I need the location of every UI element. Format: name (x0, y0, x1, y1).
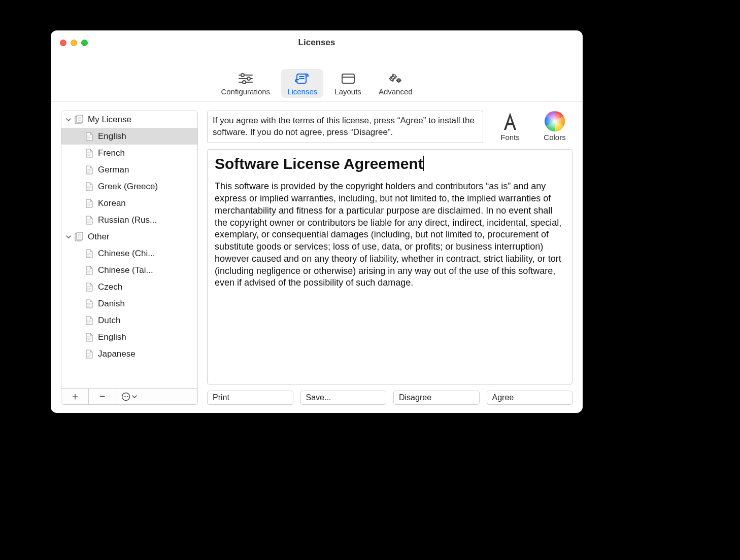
tree-item-label: Dutch (98, 316, 120, 326)
main-panel: If you agree with the terms of this lice… (207, 111, 573, 405)
titlebar: Licenses (51, 30, 583, 55)
tree-item-german[interactable]: German (61, 161, 197, 178)
instructions-field[interactable]: If you agree with the terms of this lice… (207, 111, 483, 143)
tab-label: Configurations (221, 87, 270, 96)
zoom-window-button[interactable] (81, 40, 88, 46)
tab-licenses[interactable]: Licenses (281, 69, 323, 98)
tree-group-other[interactable]: Other (61, 228, 197, 245)
document-icon (85, 198, 94, 208)
tree-item-label: Danish (98, 299, 125, 309)
tab-layouts[interactable]: Layouts (328, 69, 367, 98)
color-wheel-icon (544, 111, 565, 132)
text-caret (423, 156, 424, 171)
chevron-down-icon (132, 394, 137, 399)
add-button[interactable]: ＋ (61, 389, 89, 404)
svg-point-3 (241, 74, 244, 77)
content-area: My License English French German Greek (… (51, 101, 583, 413)
tree-group-label: Other (88, 232, 110, 242)
tree-item-label: German (98, 165, 129, 175)
minimize-window-button[interactable] (71, 40, 77, 46)
ellipsis-circle-icon (121, 392, 137, 401)
sidebar-toolbar: ＋ − (61, 388, 197, 404)
tree-item-label: French (98, 148, 125, 158)
document-icon (85, 182, 94, 192)
tab-configurations[interactable]: Configurations (215, 69, 276, 98)
chevron-down-icon[interactable] (64, 233, 73, 241)
tree-item-danish[interactable]: Danish (61, 295, 197, 312)
document-stack-icon (75, 115, 84, 125)
tree-item-label: Japanese (98, 349, 136, 359)
tree-item-english[interactable]: English (61, 128, 197, 145)
fonts-button[interactable]: Fonts (492, 111, 528, 142)
tree-item-japanese[interactable]: Japanese (61, 345, 197, 362)
colors-button[interactable]: Colors (537, 111, 573, 142)
window-title: Licenses (51, 38, 583, 48)
preferences-window: Licenses Configurations (51, 30, 583, 413)
print-label-field[interactable]: Print (207, 391, 293, 405)
tree-item-label: English (98, 332, 126, 342)
svg-point-64 (127, 396, 128, 397)
scroll-icon (295, 72, 310, 85)
tree-item-label: Chinese (Chi... (98, 249, 155, 259)
svg-rect-13 (77, 115, 83, 123)
svg-point-63 (125, 396, 126, 397)
colors-label: Colors (544, 133, 565, 142)
plus-icon: ＋ (70, 390, 80, 403)
tree-item-french[interactable]: French (61, 145, 197, 161)
agree-label-field[interactable]: Agree (487, 391, 573, 405)
tree-item-label: English (98, 131, 126, 142)
svg-point-4 (247, 77, 250, 80)
document-icon (85, 131, 94, 142)
license-text-editor[interactable]: Software License Agreement This software… (207, 149, 573, 384)
tree-group-label: My License (88, 115, 131, 125)
license-body-text: This software is provided by the copyrig… (215, 181, 565, 289)
document-icon (85, 265, 94, 275)
tree-item-label: Russian (Rus... (98, 215, 157, 225)
tab-label: Layouts (334, 87, 361, 96)
tree-item-russian[interactable]: Russian (Rus... (61, 212, 197, 228)
document-icon (85, 148, 94, 158)
top-row: If you agree with the terms of this lice… (207, 111, 573, 143)
disagree-label-field[interactable]: Disagree (393, 391, 480, 405)
document-stack-icon (75, 232, 84, 242)
button-row: Print Save... Disagree Agree (207, 391, 573, 405)
document-icon (85, 215, 94, 225)
tab-label: Licenses (287, 87, 317, 96)
minus-icon: − (99, 391, 106, 402)
document-icon (85, 316, 94, 326)
action-menu-button[interactable] (116, 389, 197, 404)
license-tree[interactable]: My License English French German Greek (… (61, 111, 197, 388)
svg-point-5 (243, 81, 246, 84)
tab-label: Advanced (379, 87, 413, 96)
tree-item-korean[interactable]: Korean (61, 195, 197, 212)
toolbar: Configurations Licenses (51, 55, 583, 101)
licenses-sidebar: My License English French German Greek (… (61, 111, 198, 405)
remove-button[interactable]: − (89, 389, 116, 404)
fonts-label: Fonts (500, 133, 520, 142)
tree-item-chinese-china[interactable]: Chinese (Chi... (61, 245, 197, 262)
tree-item-dutch[interactable]: Dutch (61, 312, 197, 329)
font-icon (499, 111, 521, 132)
close-window-button[interactable] (60, 40, 66, 46)
window-icon (341, 72, 356, 85)
tree-item-greek[interactable]: Greek (Greece) (61, 178, 197, 195)
sliders-icon (238, 72, 253, 85)
document-icon (85, 249, 94, 259)
document-icon (85, 282, 94, 292)
chevron-down-icon[interactable] (64, 116, 73, 124)
document-icon (85, 165, 94, 175)
tree-item-chinese-taiwan[interactable]: Chinese (Tai... (61, 262, 197, 278)
svg-rect-36 (77, 232, 83, 240)
tree-item-english-other[interactable]: English (61, 329, 197, 345)
gears-icon (388, 72, 403, 85)
document-icon (85, 349, 94, 359)
tab-advanced[interactable]: Advanced (373, 69, 419, 98)
tree-item-label: Chinese (Tai... (98, 265, 153, 275)
tree-group-my-license[interactable]: My License (61, 111, 197, 128)
document-icon (85, 332, 94, 342)
svg-point-62 (124, 396, 125, 397)
svg-rect-8 (342, 74, 354, 83)
license-heading: Software License Agreement (215, 154, 424, 174)
save-label-field[interactable]: Save... (300, 391, 387, 405)
tree-item-czech[interactable]: Czech (61, 278, 197, 295)
